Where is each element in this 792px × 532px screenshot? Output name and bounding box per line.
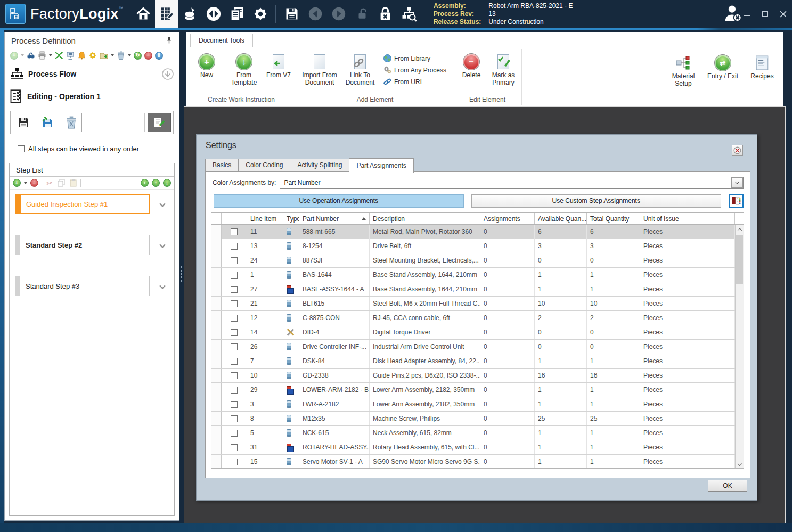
new-button[interactable]: + New bbox=[189, 50, 224, 79]
add-operation-icon[interactable]: + bbox=[10, 52, 18, 60]
use-custom-step-assignments-button[interactable]: Use Custom Step Assignments bbox=[471, 194, 722, 208]
save-as-template-button[interactable] bbox=[37, 113, 58, 132]
find-icon[interactable] bbox=[27, 51, 35, 60]
row-checkbox[interactable] bbox=[231, 300, 238, 307]
delete-work-instruction-button[interactable] bbox=[61, 113, 82, 132]
refresh-icon[interactable]: ↻ bbox=[134, 52, 142, 60]
row-checkbox[interactable] bbox=[231, 343, 238, 350]
row-checkbox[interactable] bbox=[231, 415, 238, 422]
use-operation-assignments-button[interactable]: Use Operation Assignments bbox=[214, 194, 464, 208]
row-checkbox[interactable] bbox=[231, 372, 238, 379]
unlock-button[interactable] bbox=[350, 0, 374, 28]
process-audit-button[interactable] bbox=[397, 0, 421, 28]
pin-icon[interactable] bbox=[166, 37, 173, 44]
close-button[interactable] bbox=[779, 10, 787, 18]
from-v7-button[interactable]: From V7 bbox=[264, 50, 293, 79]
tab-activity-splitting[interactable]: Activity Splitting bbox=[290, 159, 349, 172]
mark-as-primary-button[interactable]: Mark as Primary bbox=[488, 50, 518, 86]
panel-splitter[interactable] bbox=[181, 266, 183, 282]
presentation-icon[interactable] bbox=[66, 51, 75, 60]
add-step-icon[interactable]: + bbox=[13, 179, 21, 187]
forward-button[interactable] bbox=[327, 0, 350, 28]
table-row[interactable]: 13 8-1254 Drive Belt, 6ft 0 3 3 Pieces bbox=[211, 239, 735, 253]
minimize-button[interactable] bbox=[743, 10, 750, 18]
cut-icon[interactable]: ✂ bbox=[45, 179, 54, 187]
import-from-document-button[interactable]: Import From Document bbox=[300, 50, 339, 86]
entry-exit-button[interactable]: ⇄ Entry / Exit bbox=[704, 51, 742, 80]
header-assignments[interactable]: Assignments bbox=[480, 213, 535, 224]
table-row[interactable]: 3 LWR-A-2182 Lower Arm Assembly, 2182, 3… bbox=[211, 397, 735, 412]
header-line-item[interactable]: Line Item bbox=[247, 213, 283, 224]
transfer-button[interactable] bbox=[202, 0, 225, 28]
remove-icon[interactable]: − bbox=[144, 52, 152, 60]
row-checkbox[interactable] bbox=[231, 430, 238, 437]
process-flow-row[interactable]: Process Flow bbox=[5, 63, 179, 85]
row-checkbox[interactable] bbox=[231, 257, 238, 264]
table-row[interactable]: 11 588-mt-665 Metal Rod, Main Pivot, Rot… bbox=[211, 225, 735, 239]
table-row[interactable]: 1 BAS-1644 Base Stand Assembly, 1644, 21… bbox=[211, 268, 735, 282]
tab-document-tools[interactable]: Document Tools bbox=[190, 34, 253, 47]
tab-part-assignments[interactable]: Part Assignments bbox=[349, 158, 413, 173]
work-instructions-button[interactable] bbox=[155, 0, 178, 28]
dialog-close-button[interactable] bbox=[732, 145, 743, 156]
table-vertical-scrollbar[interactable] bbox=[735, 225, 744, 468]
from-template-button[interactable]: ↓ From Template bbox=[226, 50, 262, 86]
row-checkbox[interactable] bbox=[231, 315, 238, 322]
print-icon[interactable] bbox=[38, 51, 46, 60]
chevron-down-icon[interactable] bbox=[159, 283, 165, 289]
table-row[interactable]: 8 M12x35 Machine Screw, Phillips 0 25 25… bbox=[211, 412, 735, 426]
scroll-down-button[interactable] bbox=[736, 459, 744, 468]
pause-icon[interactable]: ‖ bbox=[155, 52, 163, 60]
header-total-quantity[interactable]: Total Quantity bbox=[587, 213, 640, 224]
header-part-number[interactable]: Part Number bbox=[299, 213, 370, 224]
process-settings-gear-icon[interactable] bbox=[88, 51, 97, 60]
color-assignments-select[interactable]: Part Number bbox=[280, 177, 744, 189]
table-row[interactable]: 12 C-8875-CON RJ-45, CCA conn cable, 6ft… bbox=[211, 311, 735, 325]
materials-button[interactable] bbox=[178, 0, 202, 28]
scrollbar-thumb[interactable] bbox=[736, 235, 743, 284]
row-checkbox[interactable] bbox=[231, 272, 238, 279]
move-step-down-icon[interactable]: ↓ bbox=[163, 179, 171, 187]
row-checkbox[interactable] bbox=[231, 387, 238, 394]
save-button[interactable] bbox=[280, 0, 304, 28]
route-icon[interactable] bbox=[55, 51, 63, 60]
header-type[interactable]: Type bbox=[283, 213, 299, 224]
documents-button[interactable] bbox=[225, 0, 249, 28]
report-book-button[interactable] bbox=[729, 194, 744, 208]
header-description[interactable]: Description bbox=[370, 213, 480, 224]
move-step-up-icon[interactable]: ↑ bbox=[152, 179, 160, 187]
remove-step-icon[interactable]: − bbox=[30, 179, 38, 187]
paste-icon[interactable] bbox=[69, 179, 77, 187]
save-operation-button[interactable] bbox=[13, 113, 34, 132]
add-operation-dropdown[interactable] bbox=[21, 54, 24, 56]
delete-operation-dropdown[interactable] bbox=[128, 54, 131, 56]
lock-button[interactable] bbox=[374, 0, 397, 28]
bell-icon[interactable] bbox=[77, 51, 86, 60]
add-step-dropdown[interactable] bbox=[24, 182, 27, 184]
step-item-standard-2[interactable]: Standard Step #2 bbox=[10, 235, 174, 255]
back-button[interactable] bbox=[304, 0, 327, 28]
from-url-button[interactable]: From URL bbox=[383, 78, 446, 86]
ok-button[interactable]: OK bbox=[708, 480, 747, 492]
delete-operation-icon[interactable] bbox=[117, 51, 125, 60]
logout-user-button[interactable] bbox=[723, 3, 743, 23]
table-row[interactable]: 10 GD-2338 Guide Pins,2 pcs, D6x20, ISO … bbox=[211, 369, 735, 383]
maximize-button[interactable] bbox=[761, 10, 769, 18]
row-checkbox[interactable] bbox=[231, 401, 238, 408]
copy-icon[interactable] bbox=[57, 179, 66, 187]
table-row[interactable]: 21 BLT615 Steel Bolt, M6 x 20mm Full Thr… bbox=[211, 297, 735, 311]
row-checkbox[interactable] bbox=[231, 228, 238, 235]
export-icon[interactable] bbox=[100, 51, 108, 60]
table-row[interactable]: 26 Drive Controller INF-... Industrial A… bbox=[211, 340, 735, 354]
from-library-button[interactable]: From Library bbox=[383, 54, 446, 62]
settings-button[interactable] bbox=[249, 0, 272, 28]
row-checkbox[interactable] bbox=[231, 286, 238, 293]
table-row[interactable]: 31 ROTARY-HEAD-ASSY... Rotary Head Assem… bbox=[211, 440, 735, 455]
row-checkbox[interactable] bbox=[231, 243, 238, 250]
table-row[interactable]: 27 BASE-ASSY-1644 - A Base Stand Assembl… bbox=[211, 282, 735, 297]
table-row[interactable]: 5 NCK-615 Neck Assembly, 615, 82mm 0 1 1… bbox=[211, 426, 735, 440]
home-button[interactable] bbox=[132, 0, 155, 28]
table-row[interactable]: 15 Servo Motor SV-1 - A SG90 Servo Motor… bbox=[211, 455, 735, 468]
table-row[interactable]: 24 887SJF Steel Mounting Bracket, Electr… bbox=[211, 253, 735, 268]
collapse-circle-icon[interactable] bbox=[162, 68, 174, 80]
